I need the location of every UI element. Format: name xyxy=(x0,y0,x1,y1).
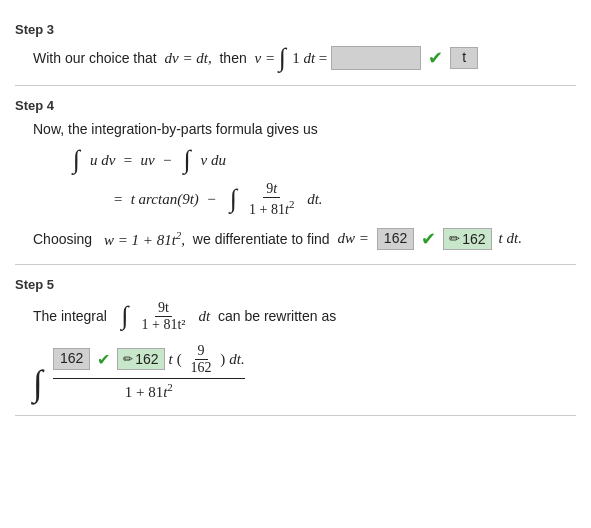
step5-inner-den: 162 xyxy=(188,360,215,376)
step5-intro-text: The integral xyxy=(33,308,107,324)
step5-integral2: ∫ xyxy=(33,365,43,401)
step4-label: Step 4 xyxy=(15,98,576,113)
step3-v-eq: v = xyxy=(251,50,275,67)
step4-frac-den: 1 + 81t2 xyxy=(246,198,297,218)
step4-intro-line: Now, the integration-by-parts formula gi… xyxy=(33,121,576,137)
step5-parens: ( 9 162 ) xyxy=(177,343,226,376)
step3-dv-dt: dv = dt, xyxy=(161,50,216,67)
step5-frac: 9t 1 + 81t² xyxy=(139,300,189,333)
step5-intro-line: The integral ∫ 9t 1 + 81t² dt can be rew… xyxy=(33,300,576,333)
step4-integral2: ∫ xyxy=(184,147,191,173)
step3-with-choice-text: With our choice that xyxy=(33,50,157,66)
step4-choosing-w: w = 1 + 81t2, xyxy=(100,229,189,249)
step5-pencil2-value: 162 xyxy=(135,351,158,367)
step4-dt: dt. xyxy=(303,191,322,208)
step5-section: Step 5 The integral ∫ 9t 1 + 81t² dt can… xyxy=(15,265,576,416)
step4-integral1: ∫ xyxy=(73,147,80,173)
step3-line: With our choice that dv = dt, then v = ∫… xyxy=(33,45,576,71)
step3-section: Step 3 With our choice that dv = dt, the… xyxy=(15,10,576,86)
step5-frac-den: 1 + 81t² xyxy=(139,317,189,333)
step4-integral3: ∫ xyxy=(223,186,237,212)
step5-result-line: ∫ 162 ✔ ✏ 162 t ( 9 162 ) xyxy=(33,343,576,401)
step4-pencil-icon: ✏ xyxy=(449,231,460,246)
step4-u-dv: u dv = uv − xyxy=(86,152,180,169)
step4-check-icon: ✔ xyxy=(421,228,436,250)
step5-inner-frac: 9 162 xyxy=(188,343,215,376)
step4-answer-162[interactable]: 162 xyxy=(377,228,414,250)
step5-pencil-box2[interactable]: ✏ 162 xyxy=(117,348,164,370)
step4-intro-text: Now, the integration-by-parts formula gi… xyxy=(33,121,318,137)
step3-answer-box[interactable] xyxy=(331,46,421,70)
step4-result-line: = t arctan(9t) − ∫ 9t 1 + 81t2 dt. xyxy=(33,181,576,218)
step4-we-diff: we differentiate to find xyxy=(193,231,334,247)
step5-ans-162a[interactable]: 162 xyxy=(53,348,90,370)
step3-integral-symbol: ∫ xyxy=(279,45,286,71)
step3-label: Step 3 xyxy=(15,22,576,37)
step4-frac-num: 9t xyxy=(263,181,280,198)
step4-choosing-text: Choosing xyxy=(33,231,92,247)
step4-pencil-value: 162 xyxy=(462,231,485,247)
step5-label: Step 5 xyxy=(15,277,576,292)
step4-fraction: 9t 1 + 81t2 xyxy=(246,181,297,218)
step3-then: then xyxy=(219,50,246,66)
step5-can-be: can be rewritten as xyxy=(218,308,336,324)
step3-answer-small[interactable]: t xyxy=(450,47,478,69)
step4-choosing-line: Choosing w = 1 + 81t2, we differentiate … xyxy=(33,228,576,250)
step5-frac-num: 9t xyxy=(155,300,172,317)
step5-dt-text: dt xyxy=(199,308,214,325)
step4-formula-line: ∫ u dv = uv − ∫ v du xyxy=(33,147,576,173)
step4-equals: = t arctan(9t) − xyxy=(113,191,216,208)
step5-inner-num: 9 xyxy=(195,343,208,360)
step4-dw-eq: dw = xyxy=(337,230,368,247)
step5-t-val: t xyxy=(169,351,173,368)
step5-check-icon: ✔ xyxy=(97,350,110,369)
step3-one-dt: 1 dt = xyxy=(292,50,327,67)
step5-dt2: dt. xyxy=(229,351,244,368)
step4-t-dt: t dt. xyxy=(499,230,522,247)
step3-check-icon: ✔ xyxy=(428,47,443,69)
step5-bottom-den: 1 + 81t2 xyxy=(125,379,173,401)
step4-section: Step 4 Now, the integration-by-parts for… xyxy=(15,86,576,265)
step5-integral-sym: ∫ xyxy=(115,303,129,329)
step4-pencil-box[interactable]: ✏ 162 xyxy=(443,228,491,250)
step4-v-du: v du xyxy=(197,152,226,169)
step5-pencil2-icon: ✏ xyxy=(123,352,133,366)
